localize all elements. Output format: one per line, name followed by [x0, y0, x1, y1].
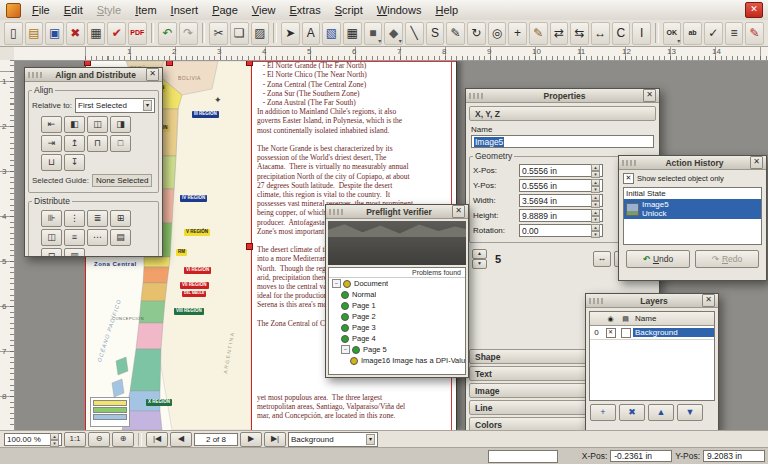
frame-handle-middle-right[interactable] — [246, 243, 253, 250]
story-editor-button[interactable]: ✎ — [529, 22, 548, 45]
distribute-horizontal-gaps-button[interactable]: ◫ — [41, 229, 62, 246]
tree-expander-icon[interactable]: − — [341, 345, 350, 354]
lower-level-button[interactable]: ▼ — [472, 259, 487, 269]
insert-shape-button[interactable]: ■▾ — [364, 22, 383, 45]
menu-view[interactable]: View — [245, 2, 283, 18]
spin-down-icon[interactable]: ▾ — [591, 231, 600, 238]
align-top-button[interactable]: ⊓ — [87, 135, 108, 152]
show-selected-checkbox[interactable]: ✕ — [623, 173, 634, 184]
layer-print-checkbox[interactable]: ✕ — [621, 328, 631, 338]
spin-up-icon[interactable]: ▴ — [591, 194, 600, 201]
open-document-button[interactable]: ▤ — [25, 22, 44, 45]
zoom-out-button[interactable]: ⊖ — [88, 432, 110, 447]
distribute-right-sides-button[interactable]: ≣ — [87, 210, 108, 227]
horizontal-ruler[interactable]: 1234567891011121314 — [14, 46, 768, 61]
menu-extras[interactable]: Extras — [282, 2, 327, 18]
height-field[interactable]: 9.8889 in ▴▾ — [519, 209, 603, 222]
distribute-equal-vertical-button[interactable]: ⊟ — [41, 248, 62, 257]
close-icon[interactable]: ✕ — [146, 68, 159, 81]
distribute-left-sides-button[interactable]: ⊪ — [41, 210, 62, 227]
insert-freehand-button[interactable]: ✎ — [446, 22, 465, 45]
pdf-text-field-button[interactable]: ab — [683, 22, 702, 45]
undo-button[interactable]: ↶ Undo — [626, 250, 690, 268]
distribute-centers-vertical-button[interactable]: ⋯ — [87, 229, 108, 246]
spin-up-icon[interactable]: ▴ — [591, 224, 600, 231]
select-item-button[interactable]: ➤ — [281, 22, 300, 45]
align-left-edge-button[interactable]: ⇤ — [41, 116, 62, 133]
preflight-verifier-dialog[interactable]: Preflight Verifier ✕ Problems found −Doc… — [325, 204, 469, 378]
menu-page[interactable]: Page — [205, 2, 245, 18]
flip-horizontal-button[interactable]: ↔ — [593, 251, 611, 267]
spin-down-icon[interactable]: ▾ — [591, 171, 600, 178]
close-window-button[interactable]: ✕ — [745, 2, 763, 18]
preflight-titlebar[interactable]: Preflight Verifier ✕ — [326, 205, 468, 219]
add-layer-button[interactable]: + — [590, 404, 616, 421]
spin-down-icon[interactable]: ▾ — [591, 186, 600, 193]
redo-button[interactable]: ↷ Redo — [695, 250, 759, 268]
preflight-item[interactable]: Page 1 — [329, 300, 465, 311]
tree-expander-icon[interactable]: − — [332, 279, 341, 288]
preflight-item[interactable]: Page 4 — [329, 333, 465, 344]
rotation-field[interactable]: 0.00 ▴▾ — [519, 224, 603, 237]
align-bottom-button[interactable]: ⊔ — [41, 154, 62, 171]
action-history-titlebar[interactable]: Action History ✕ — [619, 156, 766, 170]
layer-visible-checkbox[interactable]: ✕ — [606, 328, 616, 338]
preflight-item[interactable]: −Page 5 — [329, 344, 465, 355]
align-right-button[interactable]: ◨ — [110, 116, 131, 133]
close-icon[interactable]: ✕ — [702, 294, 715, 307]
link-text-frames-button[interactable]: ⇄ — [550, 22, 569, 45]
insert-image-frame-button[interactable]: ▧ — [322, 22, 341, 45]
align-right-edge-button[interactable]: ⇥ — [41, 135, 62, 152]
ypos-field[interactable]: 0.5556 in ▴▾ — [519, 179, 603, 192]
spin-up-icon[interactable]: ▴ — [591, 209, 600, 216]
zoom-in-button[interactable]: ⊕ — [112, 432, 134, 447]
menu-edit[interactable]: Edit — [57, 2, 90, 18]
menu-script[interactable]: Script — [328, 2, 370, 18]
align-left-button[interactable]: ◧ — [64, 116, 85, 133]
close-icon[interactable]: ✕ — [643, 89, 656, 102]
distribute-equal-horizontal-button[interactable]: ⊞ — [110, 210, 131, 227]
zoom-tool-button[interactable]: ◎ — [488, 22, 507, 45]
redo-button[interactable]: ↷ — [179, 22, 198, 45]
copy-button[interactable]: ❏ — [230, 22, 249, 45]
vertical-ruler[interactable]: 12345678 — [0, 60, 15, 430]
copy-properties-button[interactable]: C — [612, 22, 631, 45]
align-distribute-palette[interactable]: Align and Distribute ✕ Align Relative to… — [24, 67, 163, 257]
previous-page-button[interactable]: ◀ — [170, 432, 192, 447]
statusbar-input[interactable] — [488, 450, 558, 463]
page-number-field[interactable]: 2 of 8 — [194, 433, 238, 446]
save-document-button[interactable]: ▣ — [45, 22, 64, 45]
menu-item[interactable]: Item — [128, 2, 163, 18]
preflight-verifier-button[interactable]: ✔ — [107, 22, 126, 45]
new-document-button[interactable]: ▯ — [4, 22, 23, 45]
preflight-item[interactable]: Normal — [329, 289, 465, 300]
cut-button[interactable]: ✂ — [209, 22, 228, 45]
spin-down-icon[interactable]: ▾ — [591, 201, 600, 208]
menu-help[interactable]: Help — [428, 2, 465, 18]
menu-insert[interactable]: Insert — [164, 2, 206, 18]
raise-level-button[interactable]: ▲ — [472, 249, 487, 259]
export-pdf-button[interactable]: PDF — [128, 22, 147, 45]
distribute-top-sides-button[interactable]: ≡ — [64, 229, 85, 246]
undo-button[interactable]: ↶ — [158, 22, 177, 45]
action-history-dialog[interactable]: Action History ✕ ✕ Show selected object … — [618, 155, 767, 281]
spin-down-icon[interactable]: ▾ — [591, 216, 600, 223]
preflight-item[interactable]: Page 3 — [329, 322, 465, 333]
measurements-button[interactable]: ↔ — [591, 22, 610, 45]
zoom-actual-size-button[interactable]: 1:1 — [64, 432, 86, 447]
pdf-annotation-button[interactable]: ✎ — [745, 22, 764, 45]
distribute-centers-horizontal-button[interactable]: ⋮ — [64, 210, 85, 227]
preflight-item[interactable]: Page 2 — [329, 311, 465, 322]
rotate-item-button[interactable]: ↻ — [467, 22, 486, 45]
tab-xyz[interactable]: X, Y, Z — [469, 106, 656, 121]
preflight-item[interactable]: −Document — [329, 278, 465, 289]
menu-file[interactable]: File — [25, 2, 57, 18]
last-page-button[interactable]: ▶| — [264, 432, 286, 447]
delete-layer-button[interactable]: ✖ — [619, 404, 645, 421]
align-center-vertical-button[interactable]: □ — [110, 135, 131, 152]
insert-bezier-button[interactable]: S — [426, 22, 445, 45]
layer-select[interactable]: Background ▾ — [288, 432, 378, 447]
align-bottom-edge-button[interactable]: ↧ — [64, 154, 85, 171]
print-document-button[interactable]: ▦ — [87, 22, 106, 45]
ruler-origin-corner[interactable] — [0, 46, 15, 61]
